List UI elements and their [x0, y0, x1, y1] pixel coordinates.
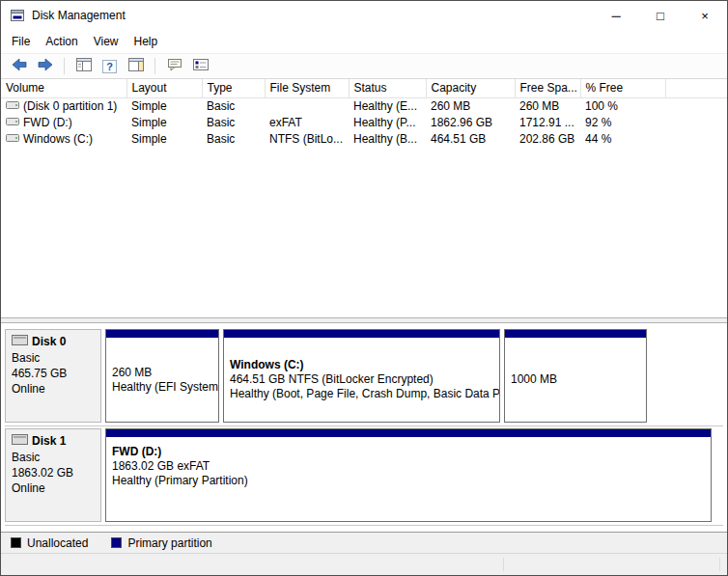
- forward-button[interactable]: [33, 56, 57, 77]
- partition-disk1-fwd-d[interactable]: FWD (D:) 1863.02 GB exFAT Healthy (Prima…: [105, 428, 712, 522]
- disk-management-app-icon: [10, 8, 25, 23]
- disk-size: 465.75 GB: [12, 367, 95, 381]
- partition-label: Windows (C:): [230, 358, 493, 372]
- disk-icon: [12, 334, 28, 350]
- partition-disk0-windows-c[interactable]: Windows (C:) 464.51 GB NTFS (BitLocker E…: [223, 329, 500, 423]
- minimize-button[interactable]: ─: [594, 1, 638, 30]
- menu-help[interactable]: Help: [126, 31, 166, 52]
- cell-capacity: 260 MB: [426, 97, 515, 114]
- column-header-pct-free[interactable]: % Free: [580, 79, 665, 97]
- column-header-blank: [665, 79, 727, 97]
- help-button[interactable]: ?: [98, 56, 122, 77]
- drive-icon: [6, 132, 19, 146]
- partition-label: FWD (D:): [112, 445, 705, 459]
- partition-disk0-efi[interactable]: 260 MB Healthy (EFI System: [105, 329, 219, 423]
- unallocated-label: Unallocated: [27, 536, 88, 550]
- maximize-button[interactable]: □: [638, 1, 683, 30]
- column-header-capacity[interactable]: Capacity: [426, 79, 515, 97]
- cell-file-system: exFAT: [265, 114, 349, 130]
- partition-disk0-recovery[interactable]: 1000 MB: [504, 329, 647, 423]
- disk-status: Online: [12, 481, 95, 496]
- disk1-row: Disk 1 Basic 1863.02 GB Online FWD (D:) …: [5, 428, 723, 526]
- volume-row-fwd-d[interactable]: FWD (D:) Simple Basic exFAT Healthy (P..…: [1, 114, 727, 130]
- drive-icon: [6, 116, 19, 129]
- legend-button[interactable]: [188, 56, 212, 77]
- titlebar: Disk Management ─ □ ×: [1, 1, 727, 30]
- partition-size: 1000 MB: [511, 372, 640, 387]
- unallocated-swatch: [11, 537, 21, 548]
- back-button[interactable]: [7, 56, 31, 77]
- help-icon: ?: [102, 60, 117, 73]
- cell-layout: Simple: [126, 97, 202, 114]
- statusbar-divider: [719, 558, 720, 571]
- cell-type: Basic: [202, 130, 265, 147]
- disk-size: 1863.02 GB: [12, 466, 95, 480]
- window-controls: ─ □ ×: [594, 1, 727, 30]
- disk0-partition-strip: 260 MB Healthy (EFI System Windows (C:) …: [105, 329, 723, 423]
- cell-type: Basic: [202, 97, 265, 114]
- cell-status: Healthy (P...: [349, 114, 426, 130]
- disk0-info-box[interactable]: Disk 0 Basic 465.75 GB Online: [5, 329, 101, 423]
- menu-view[interactable]: View: [86, 31, 126, 52]
- drive-icon: [6, 99, 19, 113]
- volume-row-windows-c[interactable]: Windows (C:) Simple Basic NTFS (BitLo...…: [1, 130, 727, 147]
- legend-icon: [193, 58, 209, 74]
- disk-status: Online: [12, 382, 95, 397]
- forward-icon: [38, 58, 53, 74]
- show-action-pane-button[interactable]: [124, 56, 148, 77]
- column-header-status[interactable]: Status: [349, 79, 426, 97]
- cell-capacity: 464.51 GB: [426, 130, 515, 147]
- partition-color-band: [106, 429, 711, 437]
- disk-type: Basic: [12, 451, 95, 465]
- column-header-free-space[interactable]: Free Spa...: [515, 79, 580, 97]
- volume-row-disk0-partition1[interactable]: (Disk 0 partition 1) Simple Basic Health…: [1, 97, 727, 114]
- menu-file[interactable]: File: [4, 31, 38, 52]
- disk1-partition-strip: FWD (D:) 1863.02 GB exFAT Healthy (Prima…: [105, 428, 723, 522]
- cell-pct-free: 44 %: [580, 130, 665, 147]
- legend-bar: Unallocated Primary partition: [1, 532, 727, 553]
- column-header-volume[interactable]: Volume: [1, 79, 126, 97]
- disk-management-window: Disk Management ─ □ × File Action View H…: [0, 0, 728, 576]
- partition-size: 464.51 GB NTFS (BitLocker Encrypted): [230, 372, 493, 387]
- statusbar: [1, 553, 727, 575]
- disk-name: Disk 1: [32, 434, 66, 449]
- graphical-view-pane: Disk 0 Basic 465.75 GB Online 260 MB Hea…: [1, 323, 727, 532]
- cell-free-space: 260 MB: [515, 97, 580, 114]
- back-icon: [12, 58, 27, 74]
- properties-button[interactable]: [162, 56, 186, 77]
- cell-status: Healthy (B...: [349, 130, 426, 147]
- cell-status: Healthy (E...: [349, 97, 426, 114]
- primary-partition-label: Primary partition: [127, 536, 211, 550]
- partition-size: 260 MB: [112, 366, 212, 380]
- statusbar-divider: [503, 558, 504, 571]
- window-title: Disk Management: [32, 9, 126, 22]
- cell-volume: FWD (D:): [23, 116, 72, 129]
- disk-name: Disk 0: [32, 335, 66, 349]
- toolbar: ?: [1, 53, 727, 79]
- menubar: File Action View Help: [1, 30, 727, 53]
- cell-pct-free: 100 %: [580, 97, 665, 114]
- cell-free-space: 1712.91 ...: [515, 114, 580, 130]
- disk-icon: [12, 433, 28, 450]
- cell-free-space: 202.86 GB: [515, 130, 580, 147]
- disk1-info-box[interactable]: Disk 1 Basic 1863.02 GB Online: [5, 428, 101, 522]
- partition-color-band: [224, 330, 499, 338]
- partition-status: Healthy (EFI System: [112, 380, 212, 395]
- volume-list-pane: Volume Layout Type File System Status Ca…: [1, 79, 727, 317]
- partition-status: Healthy (Primary Partition): [112, 474, 705, 488]
- partition-size: 1863.02 GB exFAT: [112, 459, 705, 474]
- disk0-row: Disk 0 Basic 465.75 GB Online 260 MB Hea…: [5, 329, 723, 426]
- column-header-file-system[interactable]: File System: [265, 79, 349, 97]
- show-console-tree-button[interactable]: [71, 56, 96, 77]
- column-header-type[interactable]: Type: [202, 79, 265, 97]
- partition-status: Healthy (Boot, Page File, Crash Dump, Ba…: [230, 387, 493, 401]
- cell-capacity: 1862.96 GB: [426, 114, 515, 130]
- show-console-tree-icon: [76, 58, 92, 74]
- menu-action[interactable]: Action: [38, 31, 85, 52]
- toolbar-separator: [64, 58, 65, 74]
- close-button[interactable]: ×: [683, 1, 727, 30]
- cell-volume: (Disk 0 partition 1): [23, 99, 117, 113]
- cell-file-system: [265, 97, 349, 114]
- cell-pct-free: 92 %: [580, 114, 665, 130]
- column-header-layout[interactable]: Layout: [126, 79, 202, 97]
